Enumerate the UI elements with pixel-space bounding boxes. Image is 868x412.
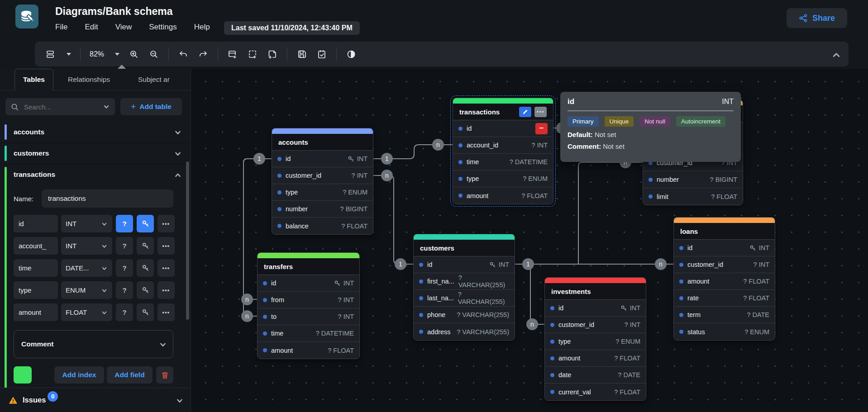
field-row[interactable]: first_na...? VARCHAR(255)	[414, 273, 515, 290]
field-more-button[interactable]: •••	[157, 281, 175, 299]
tab-subject-areas[interactable]: Subject ar	[130, 71, 172, 88]
field-row[interactable]: customer_id? INT	[272, 167, 373, 184]
menu-help[interactable]: Help	[194, 23, 210, 32]
comment-section[interactable]: Comment	[14, 330, 173, 358]
panel-grip-icon[interactable]	[118, 65, 126, 69]
delete-field-button[interactable]: −	[535, 123, 548, 134]
menu-edit[interactable]: Edit	[85, 23, 98, 32]
todo-button[interactable]	[316, 49, 327, 60]
nullable-button[interactable]: ?	[116, 215, 133, 232]
field-name-input[interactable]: type	[14, 281, 58, 299]
field-row[interactable]: type? ENUM	[545, 333, 646, 350]
field-row[interactable]: status? ENUM	[674, 323, 775, 340]
field-type-select[interactable]: ENUM	[61, 281, 112, 299]
field-row[interactable]: amount? FLOAT	[258, 342, 359, 359]
field-more-button[interactable]: •••	[157, 259, 175, 277]
save-button[interactable]	[296, 49, 307, 60]
field-row[interactable]: term? DATE	[674, 307, 775, 323]
table-color-picker[interactable]	[14, 366, 32, 384]
tab-relationships[interactable]: Relationships	[60, 71, 118, 88]
toolbar-collapse-icon[interactable]	[832, 51, 839, 57]
sidebar-scrollbar[interactable]	[186, 161, 189, 320]
add-table-button[interactable]	[227, 49, 238, 60]
field-type-select[interactable]: DATE...	[61, 259, 112, 277]
zoom-in-button[interactable]	[129, 49, 139, 60]
field-row[interactable]: idINT	[545, 300, 646, 317]
primary-key-button[interactable]	[137, 259, 154, 277]
field-more-button[interactable]: •••	[157, 215, 175, 232]
field-more-button[interactable]: •••	[157, 303, 175, 321]
field-row[interactable]: number? BIGINT	[643, 171, 743, 188]
nullable-button[interactable]: ?	[116, 237, 133, 255]
field-row[interactable]: customer_id? INT	[674, 256, 775, 273]
edit-table-button[interactable]	[519, 107, 531, 117]
field-row[interactable]: number? BIGINT	[272, 201, 373, 218]
add-table-sidebar-button[interactable]: + Add table	[120, 98, 182, 115]
table-transfers[interactable]: transfers idINT from? INT to? INT time? …	[257, 252, 360, 359]
field-row[interactable]: type? ENUM	[272, 184, 373, 201]
field-name-input[interactable]: time	[14, 259, 58, 277]
field-row[interactable]: customer_id? INT	[545, 317, 646, 333]
nullable-button[interactable]: ?	[116, 303, 133, 321]
tab-tables[interactable]: Tables	[14, 69, 53, 90]
undo-button[interactable]	[178, 49, 189, 60]
field-row[interactable]: type? ENUM	[453, 170, 553, 187]
issues-chevron-down-icon[interactable]	[176, 397, 182, 403]
field-row[interactable]: from? INT	[258, 292, 359, 308]
field-row[interactable]: account_id? INT	[453, 137, 553, 154]
zoom-level[interactable]: 82%	[90, 50, 104, 58]
primary-key-button[interactable]	[137, 303, 154, 321]
table-name-input[interactable]	[42, 189, 173, 208]
table-more-button[interactable]: •••	[534, 107, 547, 117]
search-input[interactable]	[24, 103, 92, 111]
layout-caret-icon[interactable]	[67, 53, 71, 56]
field-row[interactable]: last_na...? VARCHAR(255)	[414, 290, 515, 307]
field-row[interactable]: amount? FLOAT	[453, 187, 553, 204]
add-area-button[interactable]	[247, 49, 258, 60]
search-chevron-down-icon[interactable]	[103, 104, 110, 110]
field-type-select[interactable]: INT	[61, 215, 112, 232]
table-transactions[interactable]: transactions ••• id− account_id? INT tim…	[453, 98, 553, 204]
menu-file[interactable]: File	[55, 23, 67, 32]
table-accounts[interactable]: accounts idINT customer_id? INT type? EN…	[272, 128, 373, 235]
tabs-scroll-right-icon[interactable]	[172, 76, 178, 83]
field-more-button[interactable]: •••	[157, 237, 175, 255]
table-investments[interactable]: investments idINT customer_id? INT type?…	[544, 277, 646, 401]
field-name-input[interactable]: id	[14, 215, 58, 232]
field-row[interactable]: address? VARCHAR(255)	[414, 323, 515, 340]
primary-key-button[interactable]	[137, 237, 154, 255]
field-row[interactable]: limit? FLOAT	[643, 188, 743, 205]
table-customers[interactable]: customers idINT first_na...? VARCHAR(255…	[413, 234, 515, 341]
accordion-accounts[interactable]: accounts	[0, 122, 191, 143]
field-row[interactable]: idINT	[272, 151, 373, 167]
chevron-up-icon[interactable]	[174, 171, 181, 178]
table-loans[interactable]: loans idINT customer_id? INT amount? FLO…	[673, 217, 775, 341]
zoom-caret-icon[interactable]	[115, 53, 119, 56]
zoom-out-button[interactable]	[148, 49, 159, 60]
field-row[interactable]: time? DATETIME	[453, 154, 553, 170]
field-row[interactable]: amount? FLOAT	[674, 273, 775, 290]
field-row[interactable]: amount? FLOAT	[545, 350, 646, 367]
field-row[interactable]: idINT	[258, 275, 359, 292]
add-index-button[interactable]: Add index	[54, 366, 104, 384]
chevron-down-icon[interactable]	[159, 341, 166, 347]
primary-key-button[interactable]	[137, 215, 154, 232]
field-row[interactable]: idINT	[414, 256, 515, 273]
field-row[interactable]: current_val? FLOAT	[545, 384, 646, 400]
tabs-scroll-left-icon[interactable]	[0, 76, 6, 83]
nullable-button[interactable]: ?	[116, 259, 133, 277]
accordion-transactions[interactable]: transactions Name: id INT ?	[0, 164, 191, 396]
primary-key-button[interactable]	[137, 281, 154, 299]
menu-settings[interactable]: Settings	[149, 23, 176, 32]
table-search[interactable]	[5, 98, 115, 115]
field-row[interactable]: balance? FLOAT	[272, 218, 373, 234]
diagram-canvas[interactable]: 1 n 1 n n n 1 1 n n n accounts id	[191, 69, 868, 412]
field-row[interactable]: time? DATETIME	[258, 325, 359, 342]
share-button[interactable]: Share	[787, 8, 847, 28]
theme-toggle-button[interactable]	[346, 49, 357, 60]
field-row[interactable]: date? DATE	[545, 367, 646, 384]
add-field-button[interactable]: Add field	[107, 366, 153, 384]
accordion-customers[interactable]: customers	[0, 143, 191, 164]
menu-view[interactable]: View	[115, 23, 132, 32]
issues-bar[interactable]: Issues 0	[0, 388, 191, 412]
